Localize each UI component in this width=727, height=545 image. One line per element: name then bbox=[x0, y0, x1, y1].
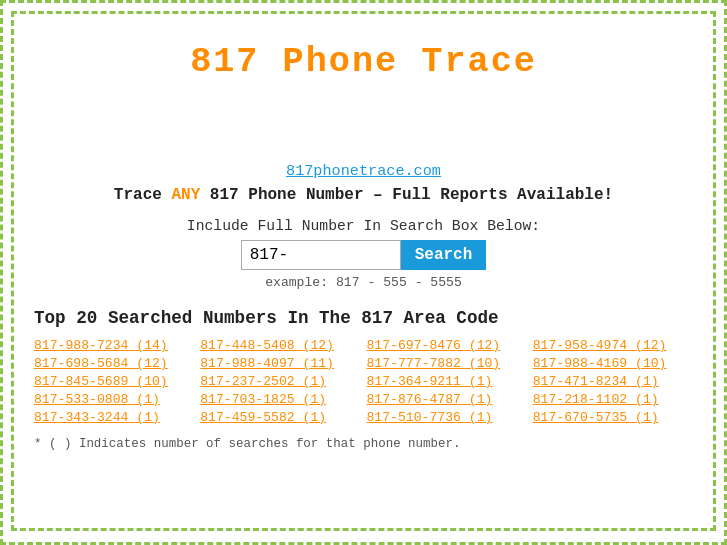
tagline-post: 817 Phone Number – Full Reports Availabl… bbox=[200, 186, 613, 204]
page-title: 817 Phone Trace bbox=[34, 42, 693, 82]
number-link[interactable]: 817-988-4169 (10) bbox=[533, 356, 693, 371]
number-link[interactable]: 817-845-5689 (10) bbox=[34, 374, 194, 389]
number-link[interactable]: 817-697-8476 (12) bbox=[367, 338, 527, 353]
search-button[interactable]: Search bbox=[401, 240, 487, 270]
number-link[interactable]: 817-698-5684 (12) bbox=[34, 356, 194, 371]
number-link[interactable]: 817-533-0808 (1) bbox=[34, 392, 194, 407]
search-row: Search bbox=[34, 240, 693, 270]
number-link[interactable]: 817-237-2502 (1) bbox=[200, 374, 360, 389]
number-link[interactable]: 817-364-9211 (1) bbox=[367, 374, 527, 389]
number-link[interactable]: 817-703-1825 (1) bbox=[200, 392, 360, 407]
number-link[interactable]: 817-218-1102 (1) bbox=[533, 392, 693, 407]
number-link[interactable]: 817-777-7882 (10) bbox=[367, 356, 527, 371]
numbers-grid: 817-988-7234 (14)817-448-5408 (12)817-69… bbox=[34, 338, 693, 425]
number-link[interactable]: 817-958-4974 (12) bbox=[533, 338, 693, 353]
number-link[interactable]: 817-988-4097 (11) bbox=[200, 356, 360, 371]
tagline: Trace ANY 817 Phone Number – Full Report… bbox=[34, 186, 693, 204]
search-input[interactable] bbox=[241, 240, 401, 270]
search-example: example: 817 - 555 - 5555 bbox=[34, 275, 693, 290]
number-link[interactable]: 817-459-5582 (1) bbox=[200, 410, 360, 425]
footnote: * ( ) Indicates number of searches for t… bbox=[34, 437, 693, 451]
number-link[interactable]: 817-343-3244 (1) bbox=[34, 410, 194, 425]
number-link[interactable]: 817-510-7736 (1) bbox=[367, 410, 527, 425]
tagline-any: ANY bbox=[171, 186, 200, 204]
tagline-pre: Trace bbox=[114, 186, 172, 204]
spacer bbox=[34, 92, 693, 152]
site-link[interactable]: 817phonetrace.com bbox=[34, 162, 693, 180]
search-section: Include Full Number In Search Box Below:… bbox=[34, 218, 693, 290]
page-container: 817 Phone Trace 817phonetrace.com Trace … bbox=[11, 11, 716, 531]
search-label: Include Full Number In Search Box Below: bbox=[34, 218, 693, 234]
number-link[interactable]: 817-448-5408 (12) bbox=[200, 338, 360, 353]
number-link[interactable]: 817-471-8234 (1) bbox=[533, 374, 693, 389]
number-link[interactable]: 817-876-4787 (1) bbox=[367, 392, 527, 407]
number-link[interactable]: 817-988-7234 (14) bbox=[34, 338, 194, 353]
number-link[interactable]: 817-670-5735 (1) bbox=[533, 410, 693, 425]
top-numbers-title: Top 20 Searched Numbers In The 817 Area … bbox=[34, 308, 693, 328]
